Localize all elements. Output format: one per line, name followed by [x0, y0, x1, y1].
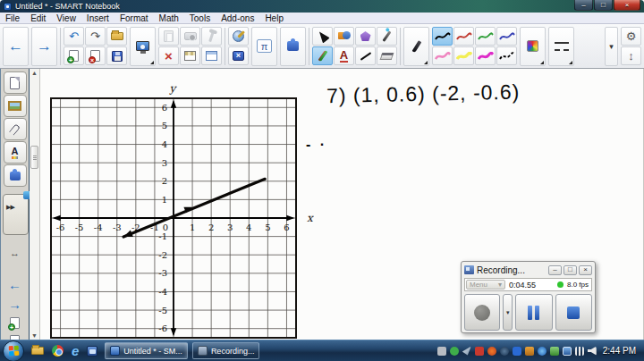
move-toolbar-button[interactable]: ↕ — [621, 46, 641, 65]
menu-file[interactable]: File — [0, 13, 25, 24]
tray-flag-icon[interactable] — [525, 347, 534, 356]
eraser-button[interactable] — [377, 46, 397, 65]
select-tool-button[interactable] — [312, 27, 333, 46]
start-button[interactable] — [3, 340, 24, 361]
math-tools-button[interactable]: π — [251, 27, 277, 66]
menu-help[interactable]: Help — [259, 13, 289, 24]
toolbar-overflow-button[interactable]: ▾ — [605, 27, 618, 66]
menu-math[interactable]: Math — [154, 13, 184, 24]
tray-sync-icon[interactable] — [450, 347, 459, 356]
menu-edit[interactable]: Edit — [25, 13, 51, 24]
sidebar-resize-handle[interactable]: ↔ — [1, 248, 29, 258]
tray-display-icon[interactable] — [563, 347, 572, 356]
recording-close-button[interactable]: × — [579, 265, 592, 275]
recording-maximize-button[interactable]: □ — [564, 265, 577, 275]
tray-network-bars-icon[interactable] — [575, 347, 584, 356]
delete-page-button[interactable]: × — [85, 46, 106, 65]
capture-camera-button[interactable] — [180, 27, 200, 46]
addons-tab[interactable] — [4, 164, 27, 187]
delete-button[interactable]: × — [158, 46, 179, 65]
next-page-button[interactable]: → — [31, 27, 57, 66]
recording-minimize-button[interactable]: – — [548, 265, 562, 275]
tray-battery-icon[interactable] — [550, 347, 559, 356]
text-tool-button[interactable]: A — [334, 46, 354, 65]
toolbar: ← → ↶ + ↷ × × × π — [0, 24, 644, 69]
tray-search-icon[interactable] — [500, 347, 509, 356]
record-options-button[interactable]: ▾ — [503, 294, 513, 331]
minimize-button[interactable]: – — [574, 0, 593, 11]
shapes-tool-button[interactable] — [334, 27, 354, 46]
document-camera-button[interactable] — [201, 27, 222, 46]
pen-style-red-button[interactable] — [453, 27, 474, 46]
pause-button[interactable] — [515, 294, 552, 331]
chrome-icon[interactable] — [52, 345, 64, 357]
addons-button[interactable] — [280, 27, 306, 66]
pen-style-green-button[interactable] — [475, 27, 496, 46]
tray-update-icon[interactable] — [487, 347, 496, 356]
pen-style-blue-button[interactable] — [496, 27, 517, 46]
screen-shade-button[interactable] — [180, 46, 200, 65]
taskbar-button-recording[interactable]: Recording... — [192, 342, 260, 359]
pen-type-button[interactable] — [403, 27, 429, 66]
pen-style-dashed-button[interactable] — [496, 46, 517, 65]
menu-format[interactable]: Format — [114, 13, 154, 24]
pen-style-black-button[interactable] — [432, 27, 453, 46]
undo-button[interactable]: ↶ — [64, 27, 84, 46]
previous-page-button[interactable]: ← — [3, 27, 29, 66]
line-properties-button[interactable] — [548, 27, 574, 66]
tray-mail-icon[interactable] — [475, 347, 484, 356]
add-page-button[interactable]: + — [64, 46, 84, 65]
save-button[interactable] — [106, 46, 127, 65]
screen-capture-button[interactable] — [130, 27, 156, 66]
explorer-folder-icon[interactable] — [31, 347, 44, 355]
vertical-scrollbar[interactable]: ▲ ▼ — [30, 69, 40, 340]
regular-polygons-button[interactable] — [355, 27, 376, 46]
tray-printer-icon[interactable] — [437, 347, 446, 356]
tray-media-icon[interactable] — [538, 347, 547, 356]
gallery-tab[interactable] — [4, 95, 27, 117]
taskbar-button-notebook[interactable]: Untitled * - SM... — [105, 342, 188, 359]
menu-tools[interactable]: Tools — [184, 13, 216, 24]
tray-volume-icon[interactable] — [588, 347, 597, 356]
scroll-up-icon[interactable]: ▲ — [31, 70, 38, 76]
scroll-down-icon[interactable]: ▼ — [31, 332, 38, 339]
pen-style-pink-button[interactable] — [432, 46, 453, 65]
menu-addons[interactable]: Add-ons — [216, 13, 259, 24]
toolbar-settings-button[interactable]: ⚙ — [621, 27, 641, 46]
stop-button[interactable] — [555, 294, 592, 331]
floating-toolbar-handle[interactable]: ▶▶ — [3, 194, 29, 235]
mini-forward-button[interactable]: → — [8, 298, 21, 311]
open-file-button[interactable] — [106, 27, 127, 46]
pinned-app-icon[interactable] — [87, 346, 97, 357]
redo-button[interactable]: ↷ — [85, 27, 106, 46]
mini-back-button[interactable]: ← — [8, 278, 21, 291]
toolbox-button[interactable]: × — [228, 46, 249, 65]
pen-style-yellow-button[interactable] — [453, 46, 474, 65]
pens-tool-button[interactable] — [312, 46, 333, 65]
pen-style-magenta-button[interactable] — [475, 46, 496, 65]
taskbar-clock[interactable]: 2:44 PM — [603, 346, 636, 356]
properties-tab[interactable]: A — [4, 141, 27, 164]
restore-button[interactable]: □ — [594, 0, 613, 11]
close-button[interactable]: × — [614, 0, 640, 11]
smart-tools-button[interactable] — [228, 27, 249, 46]
line-tool-button[interactable] — [355, 46, 376, 65]
attachments-tab[interactable] — [4, 118, 27, 140]
recording-window[interactable]: Recording... – □ × Menu ▾ 0:04.55 8.0 fp… — [461, 261, 596, 333]
menu-view[interactable]: View — [51, 13, 81, 24]
recording-title-bar[interactable]: Recording... – □ × — [464, 264, 592, 276]
tray-bluetooth-icon[interactable] — [513, 347, 521, 356]
menu-insert[interactable]: Insert — [81, 13, 114, 24]
color-picker-button[interactable] — [520, 27, 546, 66]
insert-table-button[interactable] — [201, 46, 222, 65]
mini-add-page-button[interactable]: + — [10, 317, 20, 329]
scrollbar-thumb[interactable] — [30, 146, 38, 169]
recording-menu-dropdown[interactable]: Menu ▾ — [466, 280, 505, 290]
internet-explorer-icon[interactable]: e — [72, 344, 79, 357]
notebook-page-canvas[interactable]: xy-6-5-4-3-2-10123456-6-5-4-3-2-1123456 … — [40, 69, 644, 340]
tray-send-icon[interactable] — [462, 347, 471, 356]
page-sorter-tab[interactable] — [4, 71, 27, 94]
record-button[interactable] — [464, 294, 500, 331]
paste-button[interactable] — [158, 27, 179, 46]
magic-pen-button[interactable] — [377, 27, 397, 46]
